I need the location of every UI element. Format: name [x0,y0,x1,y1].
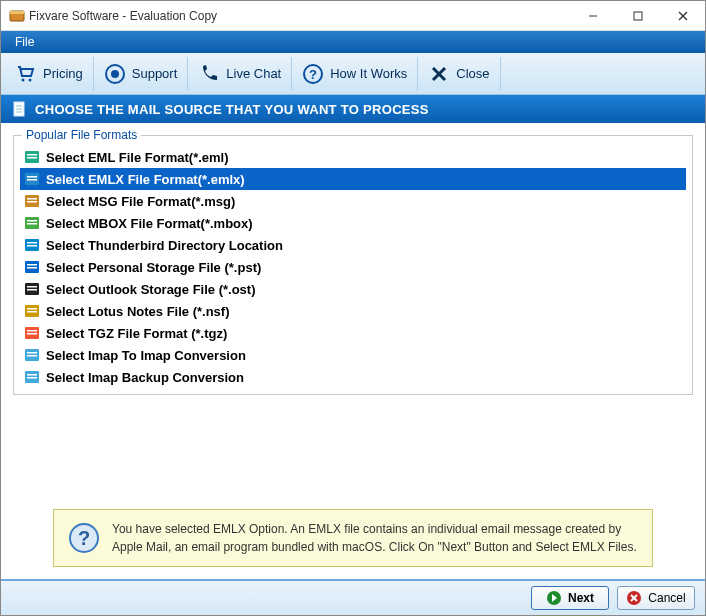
footer: Next Cancel [1,579,705,615]
howitworks-button[interactable]: ? How It Works [292,57,418,91]
svg-text:?: ? [309,67,317,82]
format-item-label: Select MSG File Format(*.msg) [46,194,235,209]
next-label: Next [568,591,594,605]
svg-rect-19 [27,154,37,156]
pricing-label: Pricing [43,66,83,81]
format-item-label: Select Outlook Storage File (*.ost) [46,282,255,297]
format-item[interactable]: Select Lotus Notes File (*.nsf) [20,300,686,322]
format-item-label: Select Thunderbird Directory Location [46,238,283,253]
svg-rect-20 [27,157,37,159]
format-list: Select EML File Format(*.eml)Select EMLX… [20,146,686,388]
format-item[interactable]: Select Personal Storage File (*.pst) [20,256,686,278]
cancel-label: Cancel [648,591,685,605]
svg-rect-32 [27,245,37,247]
format-item[interactable]: Select MBOX File Format(*.mbox) [20,212,686,234]
svg-text:?: ? [78,527,90,549]
format-file-icon [24,347,40,363]
format-file-icon [24,149,40,165]
close-label: Close [456,66,489,81]
svg-rect-34 [27,264,37,266]
support-button[interactable]: Support [94,57,189,91]
svg-rect-41 [27,311,37,313]
app-window: Fixvare Software - Evaluation Copy File … [0,0,706,616]
howitworks-label: How It Works [330,66,407,81]
content-area: Popular File Formats Select EML File For… [1,123,705,579]
svg-rect-40 [27,308,37,310]
svg-rect-1 [10,11,24,14]
cancel-button[interactable]: Cancel [617,586,695,610]
svg-rect-44 [27,333,37,335]
format-file-icon [24,325,40,341]
svg-point-6 [22,78,25,81]
format-file-icon [24,303,40,319]
info-question-icon: ? [68,522,100,554]
svg-rect-35 [27,267,37,269]
format-item-label: Select MBOX File Format(*.mbox) [46,216,253,231]
cart-icon [15,63,37,85]
format-item[interactable]: Select Thunderbird Directory Location [20,234,686,256]
format-file-icon [24,237,40,253]
format-item[interactable]: Select Imap Backup Conversion [20,366,686,388]
format-file-icon [24,369,40,385]
svg-rect-3 [634,12,642,20]
format-item-label: Select Personal Storage File (*.pst) [46,260,261,275]
menubar: File [1,31,705,53]
format-item[interactable]: Select EML File Format(*.eml) [20,146,686,168]
phone-icon [198,63,220,85]
toolbar: Pricing Support Live Chat ? How It Works… [1,53,705,95]
titlebar: Fixvare Software - Evaluation Copy [1,1,705,31]
format-file-icon [24,259,40,275]
next-button[interactable]: Next [531,586,609,610]
next-arrow-icon [546,590,562,606]
format-item-label: Select EML File Format(*.eml) [46,150,229,165]
pricing-button[interactable]: Pricing [5,57,94,91]
format-item-label: Select Lotus Notes File (*.nsf) [46,304,229,319]
livechat-label: Live Chat [226,66,281,81]
banner-text: CHOOSE THE MAIL SOURCE THAT YOU WANT TO … [35,102,429,117]
menu-file[interactable]: File [7,33,42,51]
close-window-button[interactable] [660,1,705,30]
svg-rect-23 [27,179,37,181]
support-label: Support [132,66,178,81]
document-icon [11,101,27,117]
format-item-label: Select EMLX File Format(*.emlx) [46,172,245,187]
svg-rect-28 [27,220,37,222]
format-item[interactable]: Select MSG File Format(*.msg) [20,190,686,212]
formats-group: Popular File Formats Select EML File For… [13,135,693,395]
close-button[interactable]: Close [418,57,500,91]
livechat-button[interactable]: Live Chat [188,57,292,91]
svg-rect-26 [27,201,37,203]
format-file-icon [24,193,40,209]
svg-point-9 [111,70,119,78]
svg-rect-38 [27,289,37,291]
svg-rect-50 [27,377,37,379]
format-item-label: Select Imap To Imap Conversion [46,348,246,363]
minimize-button[interactable] [570,1,615,30]
format-item[interactable]: Select Outlook Storage File (*.ost) [20,278,686,300]
svg-point-7 [29,78,32,81]
cancel-icon [626,590,642,606]
format-item[interactable]: Select TGZ File Format (*.tgz) [20,322,686,344]
app-icon [9,8,25,24]
svg-rect-25 [27,198,37,200]
svg-rect-29 [27,223,37,225]
format-item[interactable]: Select EMLX File Format(*.emlx) [20,168,686,190]
maximize-button[interactable] [615,1,660,30]
question-icon: ? [302,63,324,85]
svg-rect-31 [27,242,37,244]
group-legend: Popular File Formats [22,128,141,142]
format-item-label: Select Imap Backup Conversion [46,370,244,385]
info-text: You have selected EMLX Option. An EMLX f… [112,520,638,556]
format-file-icon [24,215,40,231]
svg-rect-37 [27,286,37,288]
format-item[interactable]: Select Imap To Imap Conversion [20,344,686,366]
svg-rect-22 [27,176,37,178]
svg-rect-46 [27,352,37,354]
format-file-icon [24,171,40,187]
format-item-label: Select TGZ File Format (*.tgz) [46,326,227,341]
svg-rect-47 [27,355,37,357]
window-title: Fixvare Software - Evaluation Copy [25,9,570,23]
x-icon [428,63,450,85]
svg-rect-43 [27,330,37,332]
headset-icon [104,63,126,85]
